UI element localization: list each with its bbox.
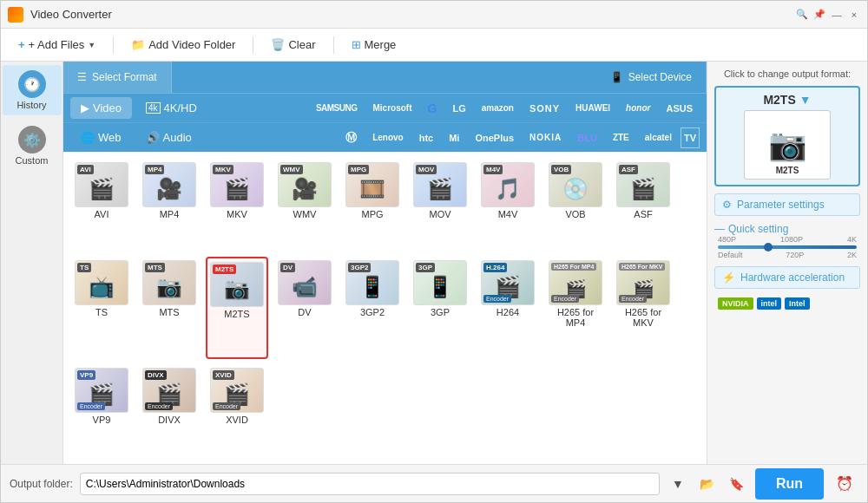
open-folder-button[interactable]: 📂 bbox=[696, 473, 719, 495]
avi-label: AVI bbox=[95, 209, 109, 219]
cat-hd-button[interactable]: 4k 4K/HD bbox=[135, 97, 207, 119]
app-window: Video Converter 🔍 📌 — × + + Add Files ▼ … bbox=[0, 0, 868, 503]
brand-tv[interactable]: TV bbox=[681, 127, 700, 148]
cat-video-button[interactable]: ▶ Video bbox=[70, 97, 132, 119]
category-bar: ▶ Video 4k 4K/HD SAMSUNG Microsoft G LG … bbox=[63, 93, 707, 122]
3gp-label: 3GP bbox=[431, 307, 450, 317]
tab-select-format[interactable]: ☰ Select Format bbox=[63, 62, 172, 93]
h265mp4-label: H265 for MP4 bbox=[548, 307, 603, 328]
separator2 bbox=[253, 36, 253, 54]
merge-button[interactable]: ⊞ Merge bbox=[343, 35, 405, 55]
hw-accel-button[interactable]: ⚡ Hardware acceleration bbox=[714, 266, 860, 289]
brand-microsoft[interactable]: Microsoft bbox=[366, 99, 419, 118]
vob-label: VOB bbox=[565, 209, 585, 219]
add-files-button[interactable]: + + Add Files ▼ bbox=[10, 35, 104, 55]
h264-label: H264 bbox=[496, 307, 519, 317]
dropdown-icon[interactable]: ▼ bbox=[799, 93, 812, 107]
brand-zte[interactable]: ZTE bbox=[606, 127, 636, 148]
brand-samsung[interactable]: SAMSUNG bbox=[309, 99, 365, 118]
output-format-thumb: 📷 M2TS bbox=[744, 110, 831, 180]
brand-sony[interactable]: SONY bbox=[523, 99, 567, 118]
brand-htc[interactable]: htc bbox=[412, 127, 441, 148]
sidebar-item-custom[interactable]: ⚙️ Custom bbox=[3, 121, 62, 171]
brand-alcatel[interactable]: alcatel bbox=[638, 127, 679, 148]
mts-thumb: MTS 📷 bbox=[142, 260, 196, 305]
format-ts[interactable]: TS 📺 TS bbox=[70, 257, 133, 360]
brand-huawei[interactable]: HUAWEI bbox=[569, 99, 617, 118]
brand-asus[interactable]: ASUS bbox=[659, 99, 700, 118]
clear-icon: 🗑️ bbox=[271, 38, 285, 51]
param-settings-button[interactable]: ⚙ Parameter settings bbox=[714, 193, 860, 216]
format-avi[interactable]: AVI 🎬 AVI bbox=[70, 159, 133, 252]
format-m4v[interactable]: M4V 🎵 M4V bbox=[477, 159, 539, 252]
brand-motorola[interactable]: Ⓜ bbox=[339, 127, 364, 148]
3gp2-label: 3GP2 bbox=[360, 307, 385, 317]
window-controls: 🔍 📌 — × bbox=[796, 9, 860, 21]
output-path-input[interactable] bbox=[80, 473, 660, 495]
format-dv[interactable]: DV 📹 DV bbox=[273, 257, 336, 360]
quality-bar[interactable] bbox=[718, 245, 857, 249]
brand-amazon[interactable]: amazon bbox=[475, 99, 521, 118]
cat-audio-button[interactable]: 🔊 Audio bbox=[135, 127, 202, 148]
search-icon[interactable]: 🔍 bbox=[796, 9, 808, 21]
brand-lg[interactable]: LG bbox=[445, 99, 472, 118]
format-m2ts[interactable]: M2TS 📷 M2TS bbox=[206, 257, 268, 360]
brand-oneplus[interactable]: OnePlus bbox=[468, 127, 521, 148]
separator3 bbox=[333, 36, 334, 54]
add-files-label: + Add Files bbox=[29, 38, 85, 51]
category-bar-2: 🌐 Web 🔊 Audio Ⓜ Lenovo htc Mi OnePlus NO… bbox=[63, 122, 707, 152]
asf-thumb: ASF 🎬 bbox=[616, 162, 670, 207]
app-icon bbox=[8, 7, 23, 23]
format-h265mp4[interactable]: H265 For MP4 🎬 Encoder H265 for MP4 bbox=[544, 257, 607, 360]
history-label: History bbox=[16, 100, 46, 110]
pin-icon[interactable]: 📌 bbox=[813, 9, 825, 21]
format-divx[interactable]: DIVX 🎬 Encoder DIVX bbox=[138, 364, 201, 457]
minimize-button[interactable]: — bbox=[831, 9, 843, 21]
clear-button[interactable]: 🗑️ Clear bbox=[262, 35, 324, 55]
mov-label: MOV bbox=[429, 209, 450, 219]
sidebar-item-history[interactable]: 🕐 History bbox=[3, 65, 62, 115]
add-folder-button[interactable]: 📁 Add Video Folder bbox=[122, 35, 244, 55]
h265mkv-label: H265 for MKV bbox=[615, 307, 671, 328]
dropdown-path-button[interactable]: ▼ bbox=[667, 473, 689, 495]
cat-web-button[interactable]: 🌐 Web bbox=[70, 127, 132, 148]
format-mkv[interactable]: MKV 🎬 MKV bbox=[206, 159, 268, 252]
format-mts[interactable]: MTS 📷 MTS bbox=[138, 257, 201, 360]
format-h265mkv[interactable]: H265 For MKV 🎬 Encoder H265 for MKV bbox=[612, 257, 674, 360]
alarm-button[interactable]: ⏰ bbox=[831, 470, 858, 498]
format-vp9[interactable]: VP9 🎬 Encoder VP9 bbox=[70, 364, 133, 457]
wmv-thumb: WMV 🎥 bbox=[278, 162, 332, 207]
clear-label: Clear bbox=[288, 38, 315, 51]
select-format-label: Select Format bbox=[92, 71, 157, 83]
hw-accel-label: Hardware acceleration bbox=[740, 271, 845, 284]
bookmark-button[interactable]: 🔖 bbox=[726, 473, 748, 495]
quick-icon: — bbox=[714, 223, 725, 235]
format-h264[interactable]: H.264 🎬 Encoder H264 bbox=[477, 257, 539, 360]
gpu-badges: NVIDIA intel Intel bbox=[714, 296, 860, 311]
output-format-box[interactable]: M2TS ▼ 📷 M2TS bbox=[714, 86, 860, 186]
brand-honor[interactable]: honor bbox=[619, 99, 657, 118]
format-wmv[interactable]: WMV 🎥 WMV bbox=[273, 159, 336, 252]
brand-google[interactable]: G bbox=[421, 99, 444, 118]
divx-label: DIVX bbox=[158, 415, 181, 425]
brand-nokia[interactable]: NOKIA bbox=[523, 127, 569, 148]
format-3gp2[interactable]: 3GP2 📱 3GP2 bbox=[341, 257, 404, 360]
quick-setting-section: — Quick setting 480P 1080P 4K Default 72… bbox=[714, 223, 860, 259]
format-mp4[interactable]: MP4 🎥 MP4 bbox=[138, 159, 201, 252]
format-mov[interactable]: MOV 🎬 MOV bbox=[409, 159, 471, 252]
brand-mi[interactable]: Mi bbox=[442, 127, 466, 148]
dv-thumb: DV 📹 bbox=[278, 260, 332, 305]
format-vob[interactable]: VOB 💿 VOB bbox=[544, 159, 607, 252]
run-button[interactable]: Run bbox=[755, 468, 824, 500]
format-xvid[interactable]: XVID 🎬 Encoder XVID bbox=[206, 364, 268, 457]
close-button[interactable]: × bbox=[848, 9, 860, 21]
format-asf[interactable]: ASF 🎬 ASF bbox=[612, 159, 674, 252]
brand-blu[interactable]: BLU bbox=[570, 127, 604, 148]
divx-thumb: DIVX 🎬 Encoder bbox=[142, 368, 196, 413]
format-mpg[interactable]: MPG 🎞️ MPG bbox=[341, 159, 404, 252]
wmv-label: WMV bbox=[293, 209, 317, 219]
format-3gp[interactable]: 3GP 📱 3GP bbox=[409, 257, 471, 360]
quality-slider[interactable]: 480P 1080P 4K Default 720P 2K bbox=[714, 235, 860, 259]
tab-select-device[interactable]: 📱 Select Device bbox=[596, 62, 707, 93]
brand-lenovo[interactable]: Lenovo bbox=[365, 127, 411, 148]
